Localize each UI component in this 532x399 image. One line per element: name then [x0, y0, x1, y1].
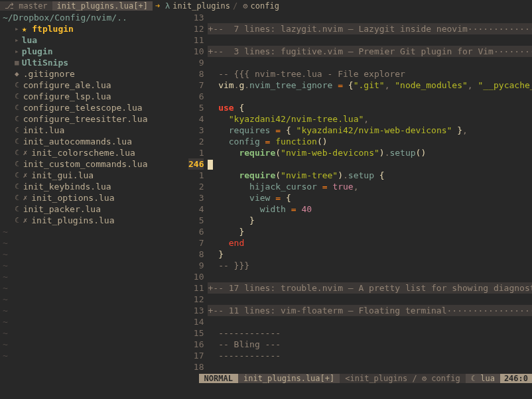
folder-icon: ▸ [15, 47, 19, 56]
statusline: NORMAL init_plugins.lua[+] <init_plugins… [0, 372, 532, 384]
code-line[interactable] [208, 12, 532, 23]
lua-icon: ☾ [471, 374, 476, 383]
file-icon: ☾ [15, 182, 19, 191]
code-line[interactable]: width = 40 [208, 203, 532, 215]
code-line[interactable] [208, 316, 532, 327]
modified-icon: ✗ [23, 194, 28, 202]
file-tree[interactable]: ~/Dropbox/Config/nvim/.. ▸★ ftplugin▸lua… [0, 12, 188, 372]
tree-path: ~/Dropbox/Config/nvim/.. [0, 12, 188, 23]
status-file: init_plugins.lua[+] [238, 374, 340, 383]
code-line[interactable]: } [208, 215, 532, 226]
code-line[interactable]: } [208, 226, 532, 237]
code-line[interactable] [208, 57, 532, 68]
folder-icon: ▸ [15, 36, 19, 44]
file-icon: ◆ [15, 70, 19, 78]
modified-icon: ✗ [23, 148, 28, 157]
breadcrumb-fn: init_plugins [172, 1, 230, 11]
file-icon: ☾ [15, 160, 19, 168]
tree-item[interactable]: ■UltiSnips [0, 57, 188, 68]
code-line[interactable]: requires = { "kyazdani42/nvim-web-devico… [208, 125, 532, 136]
code-line[interactable] [208, 361, 532, 372]
code-line[interactable]: require("nvim-tree").setup { [208, 170, 532, 181]
code-line[interactable]: -- Bling --- [208, 339, 532, 350]
code-line[interactable] [208, 158, 532, 170]
tabline: ⎇ master init_plugins.lua[+] ➜ λ init_pl… [0, 0, 532, 12]
file-icon: ☾ [15, 194, 19, 202]
tree-item[interactable]: ☾✗init_colorscheme.lua [0, 147, 188, 158]
file-icon: ☾ [15, 126, 19, 135]
branch-segment[interactable]: ⎇ master [0, 1, 52, 11]
code-line[interactable]: ------------ [208, 327, 532, 339]
code-line[interactable] [208, 34, 532, 46]
code-line[interactable]: end [208, 237, 532, 249]
tree-item[interactable]: ☾init_autocommands.lua [0, 136, 188, 147]
file-icon: ☾ [15, 137, 19, 146]
tree-item[interactable]: ▸★ ftplugin [0, 23, 188, 34]
tree-item[interactable]: ☾✗init_options.lua [0, 192, 188, 203]
mode-indicator: NORMAL [199, 374, 238, 383]
code-area[interactable]: +-- 7 lines: lazygit.nvim – Lazygit insi… [208, 12, 532, 372]
code-line[interactable]: vim.g.nvim_tree_ignore = {".git", "node_… [208, 80, 532, 91]
code-line[interactable]: require("nvim-web-devicons").setup() [208, 147, 532, 158]
arrow-icon: ➜ [153, 1, 163, 11]
code-line[interactable]: -- }}} [208, 260, 532, 271]
breadcrumb-sep: / [230, 1, 240, 11]
command-line[interactable] [0, 384, 532, 399]
file-icon: ☾ [15, 103, 19, 112]
branch-icon: ⎇ [5, 1, 14, 11]
file-icon: ☾ [15, 92, 19, 101]
cursor-position: 246:0 [500, 374, 532, 383]
tree-item[interactable]: ▸lua [0, 34, 188, 46]
tree-item[interactable]: ☾✗init_plugins.lua [0, 215, 188, 226]
status-breadcrumb: <init_plugins / ⚙ config [340, 374, 465, 383]
code-line[interactable]: "kyazdani42/nvim-tree.lua", [208, 113, 532, 125]
tree-item[interactable]: ◆.gitignore [0, 68, 188, 80]
code-line[interactable]: } [208, 249, 532, 260]
tree-item[interactable]: ☾init.lua [0, 125, 188, 136]
code-line[interactable] [208, 294, 532, 305]
breadcrumb-leaf: config [251, 1, 279, 11]
tree-item[interactable]: ☾configure_treesitter.lua [0, 113, 188, 125]
file-icon: ☾ [15, 216, 19, 225]
file-icon: ☾ [15, 205, 19, 213]
tab-file[interactable]: init_plugins.lua[+] [52, 1, 153, 11]
code-line[interactable]: config = function() [208, 136, 532, 147]
tree-item[interactable]: ☾configure_lsp.lua [0, 91, 188, 102]
code-line[interactable] [208, 91, 532, 102]
tree-item[interactable]: ☾init_custom_commands.lua [0, 158, 188, 170]
fold-line[interactable]: +-- 3 lines: fugitive.vim – Premier Git … [208, 46, 532, 57]
modified-icon: ✗ [23, 171, 28, 180]
file-icon: ☾ [15, 171, 19, 180]
code-line[interactable]: view = { [208, 192, 532, 203]
tree-item[interactable]: ☾init_keybinds.lua [0, 181, 188, 192]
status-filetype: ☾ lua [466, 374, 500, 383]
lambda-icon: λ [163, 1, 172, 11]
folder-icon: ■ [15, 58, 19, 67]
file-icon: ☾ [15, 81, 19, 89]
tree-item[interactable]: ☾configure_ale.lua [0, 80, 188, 91]
tree-item[interactable]: ☾init_packer.lua [0, 203, 188, 215]
code-line[interactable]: hijack_cursor = true, [208, 181, 532, 192]
code-line[interactable]: ------------ [208, 350, 532, 361]
gear-icon: ⚙ [240, 1, 250, 11]
code-line[interactable] [208, 271, 532, 282]
folder-icon: ▸ [15, 25, 19, 33]
file-icon: ☾ [15, 148, 19, 157]
fold-line[interactable]: +-- 17 lines: trouble.nvim – A pretty li… [208, 282, 532, 294]
code-line[interactable]: use { [208, 102, 532, 113]
tree-item[interactable]: ▸plugin [0, 46, 188, 57]
fold-line[interactable]: +-- 7 lines: lazygit.nvim – Lazygit insi… [208, 23, 532, 34]
gutter: 1312111098765432124612345678910111213141… [188, 12, 208, 372]
fold-line[interactable]: +-- 11 lines: vim-floaterm – Floating te… [208, 305, 532, 316]
code-line[interactable]: -- {{{ nvim-tree.lua - File explorer [208, 68, 532, 80]
tree-item[interactable]: ☾✗init_gui.lua [0, 170, 188, 181]
tree-item[interactable]: ☾configure_telescope.lua [0, 102, 188, 113]
file-icon: ☾ [15, 115, 19, 123]
modified-icon: ✗ [23, 216, 28, 225]
editor[interactable]: 1312111098765432124612345678910111213141… [188, 12, 532, 372]
